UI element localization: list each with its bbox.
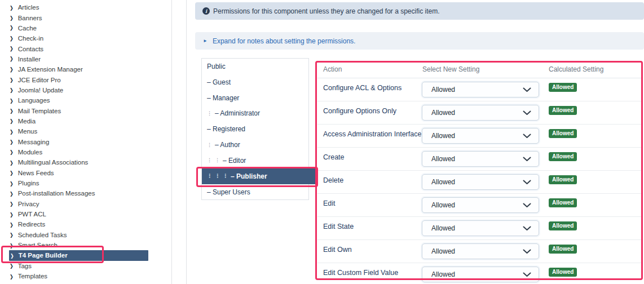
group-item-registered[interactable]: – Registered (202, 121, 308, 137)
sidebar-item-t4-page-builder[interactable]: ❯T4 Page Builder (9, 250, 148, 260)
sidebar-item-banners[interactable]: ❯Banners (0, 12, 169, 23)
group-item-super-users[interactable]: – Super Users (202, 184, 308, 200)
setting-select-value: Allowed (431, 109, 455, 117)
sidebar-item-plugins[interactable]: ❯Plugins (0, 178, 169, 188)
chevron-right-icon: ❯ (10, 5, 14, 11)
calculated-setting-badge: Allowed (549, 129, 577, 138)
chevron-right-icon: ❯ (10, 170, 14, 176)
group-item-public[interactable]: Public (202, 59, 308, 74)
group-item-manager[interactable]: – Manager (202, 90, 308, 106)
calculated-setting-badge: Allowed (549, 198, 577, 207)
group-item-guest[interactable]: – Guest (202, 74, 308, 90)
sidebar-item-scheduled-tasks[interactable]: ❯Scheduled Tasks (0, 230, 169, 240)
chevron-down-icon (523, 203, 531, 208)
chevron-right-icon: ❯ (10, 232, 14, 238)
setting-select[interactable]: Allowed (422, 105, 539, 121)
sidebar-item-label: Check-in (18, 35, 43, 42)
sidebar-item-installer[interactable]: ❯Installer (0, 54, 169, 64)
sidebar-item-mail-templates[interactable]: ❯Mail Templates (0, 105, 169, 116)
action-label: Delete (323, 176, 343, 184)
permission-row: Delete Allowed Allowed (317, 170, 641, 193)
group-item-author[interactable]: ⋮– Author (202, 137, 308, 153)
calculated-setting-badge: Allowed (549, 268, 577, 277)
group-item-label: – Publisher (231, 172, 267, 180)
sidebar-item-news-feeds[interactable]: ❯News Feeds (0, 168, 169, 178)
setting-select[interactable]: Allowed (422, 151, 539, 167)
indent-dots-icon: ⋮ (207, 174, 215, 179)
setting-select[interactable]: Allowed (422, 267, 539, 282)
notes-expand-toggle[interactable]: ► Expand for notes about setting the per… (195, 32, 644, 50)
chevron-down-icon (523, 157, 531, 162)
sidebar-item-joomla-update[interactable]: ❯Joomla! Update (0, 85, 169, 95)
setting-select[interactable]: Allowed (422, 220, 539, 236)
sidebar-item-privacy[interactable]: ❯Privacy (0, 199, 169, 209)
sidebar-item-menus[interactable]: ❯Menus (0, 126, 169, 136)
sidebar-item-check-in[interactable]: ❯Check-in (0, 33, 169, 43)
chevron-right-icon: ❯ (10, 252, 14, 259)
setting-select[interactable]: Allowed (422, 82, 539, 97)
sidebar-item-media[interactable]: ❯Media (0, 116, 169, 126)
sidebar-item-label: JA Extension Manager (18, 66, 83, 73)
sidebar-item-ja-extension-manager[interactable]: ❯JA Extension Manager (0, 64, 169, 74)
sidebar-item-redirects[interactable]: ❯Redirects (0, 219, 169, 229)
setting-select-value: Allowed (431, 270, 455, 278)
chevron-right-icon: ❯ (10, 201, 14, 207)
sidebar-item-label: Articles (18, 4, 39, 11)
indent-dots-icon: ⋮ (215, 158, 223, 163)
sidebar-item-cache[interactable]: ❯Cache (0, 23, 169, 33)
chevron-right-icon: ❯ (10, 118, 14, 125)
sidebar-item-pwt-acl[interactable]: ❯PWT ACL (0, 209, 169, 219)
sidebar-item-messaging[interactable]: ❯Messaging (0, 136, 169, 147)
chevron-right-icon: ❯ (10, 149, 14, 156)
sidebar-item-label: JCE Editor Pro (18, 77, 61, 83)
sidebar-item-smart-search[interactable]: ❯Smart Search (0, 240, 169, 250)
permission-row: Edit Own Allowed Allowed (317, 239, 641, 263)
action-label: Edit Custom Field Value (323, 269, 398, 277)
sidebar-item-label: T4 Page Builder (19, 252, 68, 259)
sidebar-item-articles[interactable]: ❯Articles (0, 2, 169, 12)
group-item-editor[interactable]: ⋮⋮– Editor (202, 153, 308, 168)
chevron-right-icon: ❯ (10, 77, 14, 83)
group-item-administrator[interactable]: ⋮– Administrator (202, 106, 308, 122)
sidebar-item-post-installation-messages[interactable]: ❯Post-installation Messages (0, 188, 169, 198)
setting-select-value: Allowed (431, 178, 455, 186)
info-alert-text: Permissions for this component unless th… (213, 7, 440, 15)
chevron-right-icon: ❯ (10, 128, 14, 135)
permissions-table: Action Select New Setting Calculated Set… (317, 62, 641, 280)
action-label: Configure ACL & Options (323, 84, 402, 92)
group-item-label: – Author (215, 141, 240, 149)
info-icon: i (202, 7, 210, 15)
calculated-setting-badge: Allowed (549, 175, 577, 184)
sidebar-item-templates[interactable]: ❯Templates (0, 271, 169, 281)
chevron-right-icon: ❯ (10, 273, 14, 279)
group-item-label: Public (207, 63, 226, 70)
setting-select[interactable]: Allowed (422, 128, 539, 144)
setting-select[interactable]: Allowed (422, 243, 539, 259)
permission-row: Access Administration Interface Allowed … (317, 124, 641, 147)
sidebar-item-multilingual-associations[interactable]: ❯Multilingual Associations (0, 157, 169, 167)
sidebar-item-label: Cache (18, 25, 37, 32)
group-item-label: – Manager (207, 94, 239, 102)
sidebar-item-modules[interactable]: ❯Modules (0, 147, 169, 157)
sidebar-item-tags[interactable]: ❯Tags (0, 261, 169, 271)
setting-select[interactable]: Allowed (422, 197, 539, 213)
components-sidebar: ❯Articles ❯Banners ❯Cache ❯Check-in ❯Con… (0, 2, 169, 281)
setting-select-value: Allowed (431, 247, 455, 255)
chevron-right-icon: ❯ (10, 15, 14, 21)
sidebar-item-label: Languages (18, 97, 50, 104)
setting-select[interactable]: Allowed (422, 174, 539, 190)
sidebar-item-label: Joomla! Update (18, 87, 64, 94)
permission-row: Create Allowed Allowed (317, 147, 641, 170)
triangle-right-icon: ► (203, 38, 208, 43)
sidebar-item-label: Post-installation Messages (18, 190, 95, 197)
sidebar-item-label: Smart Search (18, 242, 58, 248)
sidebar-item-label: Installer (18, 56, 41, 63)
indent-dots-icon: ⋮ (215, 174, 223, 179)
user-groups-panel: Public – Guest – Manager ⋮– Administrato… (201, 58, 309, 200)
indent-dots-icon: ⋮ (207, 158, 215, 163)
calculated-setting-badge: Allowed (549, 245, 577, 254)
sidebar-item-languages[interactable]: ❯Languages (0, 95, 169, 105)
group-item-publisher[interactable]: ⋮⋮⋮– Publisher (202, 168, 315, 184)
sidebar-item-jce-editor-pro[interactable]: ❯JCE Editor Pro (0, 74, 169, 85)
sidebar-item-contacts[interactable]: ❯Contacts (0, 43, 169, 54)
